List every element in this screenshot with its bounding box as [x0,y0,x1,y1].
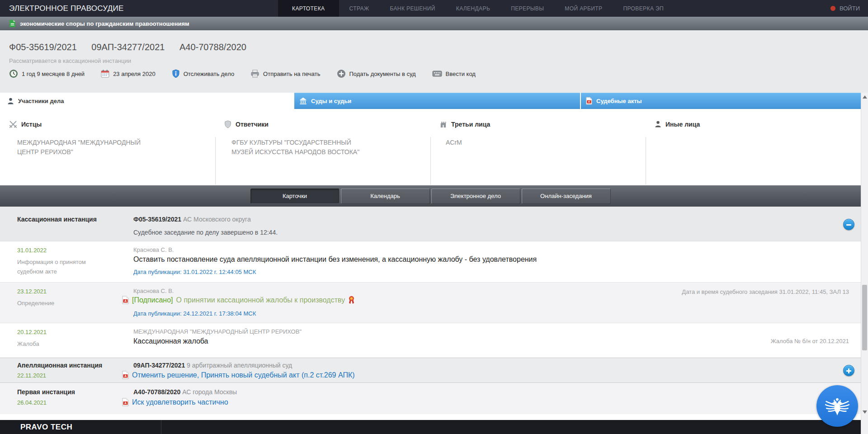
timeline-event: 23.12.2021 Определение Краснова С. В. A … [0,282,868,323]
third-parties-header: Третьи лица [439,120,490,128]
instance-name: Кассационная инстанция [17,216,97,223]
subtab-calendar[interactable]: Календарь [341,189,430,204]
event-type: Жалоба [17,339,112,349]
printer-icon [250,70,259,78]
timeline-event: 31.01.2022 Информация о принятом судебно… [0,241,868,282]
scrollbar-thumb[interactable] [862,285,867,350]
double-eagle-icon [821,390,854,422]
nav-pereryvy[interactable]: ПЕРЕРЫВЫ [500,0,554,17]
instance-case-number: Ф05-35619/2021 АС Московского округа [133,216,251,223]
medal-icon [348,296,355,304]
nav-kalendar[interactable]: КАЛЕНДАРЬ [446,0,500,17]
case-actions: 1 год 9 месяцев 8 дней 23 апреля 2020 [9,69,476,78]
pdf-icon[interactable]: A [122,371,129,379]
instance-case-number: 09АП-34277/2021 9 арбитражный апелляцион… [133,362,292,369]
person-dark-icon [655,120,661,128]
track-case-button[interactable]: Отслеживать дело [172,69,234,78]
case-number-cassation[interactable]: Ф05-35619/2021 [9,42,77,52]
result-link[interactable]: Отменить решение, Принять новый судебный… [132,371,355,379]
pdf-icon[interactable]: A [122,296,129,304]
view-switcher: Карточки Календарь Электронное дело Онла… [0,185,861,207]
case-numbers: Ф05-35619/2021 09АП-34277/2021 А40-70788… [9,42,259,52]
first-instance-row: Первая инстанция 26.04.2021 А40-70788/20… [0,382,868,414]
event-author: МЕЖДУНАРОДНАЯ "МЕЖДУНАРОДНЫЙ ЦЕНТР РЕРИХ… [133,328,302,335]
svg-text:A: A [588,100,590,103]
svg-text:A: A [124,374,127,377]
result-document-line: A Иск удовлетворить частично [122,398,228,406]
defendants-header: Ответчики [224,120,269,128]
event-author: Краснова С. В. [133,288,174,294]
case-category: экономические споры по гражданским право… [20,20,189,27]
subtab-online-sessions[interactable]: Онлайн-заседания [522,189,611,204]
publication-date-link[interactable]: Дата публикации: 24.12.2021 г. 17:38:04 … [133,310,256,317]
expand-button[interactable] [843,365,854,376]
footer: PRAVO TECH [0,420,861,434]
timeline-event: 20.12.2021 Жалоба МЕЖДУНАРОДНАЯ "МЕЖДУНА… [0,323,868,358]
enter-code-button[interactable]: Ввести код [432,70,476,77]
column-divider [646,137,646,185]
login-button[interactable]: ВОЙТИ [830,0,860,17]
complaint-number-note: Жалоба № б/н от 20.12.2021 [771,338,849,344]
instance-name: Апелляционная инстанция [17,362,102,369]
pdf-icon[interactable]: A [122,398,129,406]
track-shield-icon [172,69,180,78]
other-parties-header: Иные лица [655,120,700,128]
result-document-line: A Отменить решение, Принять новый судебн… [122,371,355,379]
nav-proverka-ep[interactable]: ПРОВЕРКА ЭП [613,0,674,17]
shield-icon [224,120,231,128]
crossed-swords-icon [9,120,17,128]
nav-strazh[interactable]: СТРАЖ [339,0,380,17]
bank-icon [299,97,307,104]
instance-case-number: А40-70788/2020 АС города Москвы [133,388,237,396]
column-divider [215,137,216,185]
pravo-tech-logo: PRAVO TECH [20,420,72,434]
nav-moy-arbitr[interactable]: МОЙ АРБИТР [554,0,613,17]
subtab-cards[interactable]: Карточки [250,189,340,204]
event-date: 20.12.2021 [17,329,47,335]
calendar-icon [101,70,109,78]
footer-brand-box: PRAVO TECH [0,420,161,434]
case-number-appeal[interactable]: 09АП-34277/2021 [91,42,165,52]
collapse-button[interactable] [843,219,854,230]
plus-circle-icon [337,69,346,78]
subtab-electronic-case[interactable]: Электронное дело [431,189,520,204]
scroll-down-arrow-icon[interactable] [863,410,867,414]
case-status: Рассматривается в кассационной инстанции [9,57,131,64]
signed-document-line: A [Подписано] О принятии кассационной жа… [122,296,355,304]
case-header: Ф05-35619/2021 09АП-34277/2021 А40-70788… [0,30,868,93]
top-navigation: ЭЛЕКТРОННОЕ ПРАВОСУДИЕ КАРТОТЕКА СТРАЖ Б… [0,0,868,17]
category-bar: экономические споры по гражданским право… [0,17,868,30]
coat-of-arms-badge[interactable] [816,385,858,427]
status-dot-icon [830,6,835,11]
tab-courts-judges[interactable]: Суды и судьи [294,93,580,109]
instance-date: 26.04.2021 [17,399,47,406]
tab-judicial-acts[interactable]: A Судебные акты [581,93,861,109]
print-button[interactable]: Отправить на печать [250,70,320,78]
case-duration[interactable]: 1 год 9 месяцев 8 дней [9,69,85,78]
main-menu: КАРТОТЕКА СТРАЖ БАНК РЕШЕНИЙ КАЛЕНДАРЬ П… [278,0,674,17]
vertical-scrollbar[interactable] [861,93,868,434]
nav-kartoteka[interactable]: КАРТОТЕКА [278,0,339,17]
nav-bank-resheniy[interactable]: БАНК РЕШЕНИЙ [379,0,445,17]
signed-badge: [Подписано] [132,296,173,304]
pdf-icon: A [586,97,592,105]
case-number-first[interactable]: А40-70788/2020 [179,42,246,52]
instance-name: Первая инстанция [17,388,75,396]
event-author: Краснова С. В. [133,246,174,253]
submit-documents-button[interactable]: Подать документы в суд [337,69,416,78]
tab-participants[interactable]: Участники дела [0,93,293,109]
login-label: ВОЙТИ [840,5,860,12]
publication-date-link[interactable]: Дата публикации: 31.01.2022 г. 12:44:05 … [133,269,256,275]
result-link[interactable]: Иск удовлетворить частично [132,398,228,406]
event-title[interactable]: О принятии кассационной жалобы к произво… [176,296,345,304]
person-icon [7,97,14,105]
appeal-instance-row: Апелляционная инстанция 22.11.2021 09АП-… [0,358,868,382]
scroll-up-arrow-icon[interactable] [863,95,867,99]
column-divider [430,137,431,185]
defendant-name: ФГБУ КУЛЬТУРЫ "ГОСУДАРСТВЕННЫЙ МУЗЕЙ ИСК… [231,138,372,157]
plaintiff-name: МЕЖДУНАРОДНАЯ "МЕЖДУНАРОДНЫЙ ЦЕНТР РЕРИХ… [17,138,157,157]
instance-date: 22.11.2021 [17,372,46,379]
case-start-date[interactable]: 23 апреля 2020 [101,70,156,78]
event-title: Кассационная жалоба [133,337,208,345]
event-type: Определение [17,298,112,308]
